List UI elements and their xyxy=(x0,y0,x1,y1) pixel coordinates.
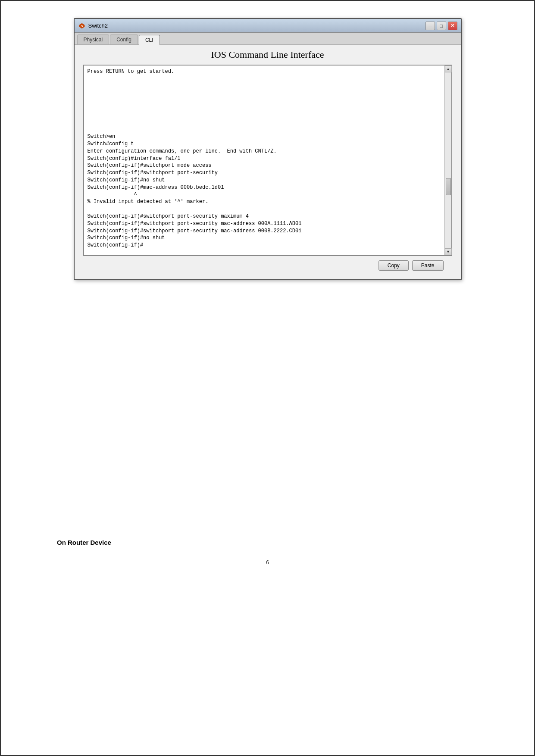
terminal-wrapper: Press RETURN to get started. Switch>en S… xyxy=(83,65,452,256)
button-area: Copy Paste xyxy=(83,256,452,271)
terminal-output[interactable]: Press RETURN to get started. Switch>en S… xyxy=(84,66,451,255)
page: S Switch2 ─ □ ✕ Physical Config CLI xyxy=(0,0,535,756)
scrollbar-down-arrow[interactable]: ▼ xyxy=(445,248,452,255)
close-button[interactable]: ✕ xyxy=(448,22,457,30)
tab-config[interactable]: Config xyxy=(110,34,138,44)
title-bar: S Switch2 ─ □ ✕ xyxy=(75,19,461,33)
footer-label: On Router Device xyxy=(57,539,478,546)
tab-bar: Physical Config CLI xyxy=(75,33,461,45)
maximize-button[interactable]: □ xyxy=(437,22,446,30)
switch-icon: S xyxy=(78,22,86,30)
window-body: IOS Command Line Interface Press RETURN … xyxy=(75,45,461,279)
title-bar-left: S Switch2 xyxy=(78,22,108,30)
ios-title: IOS Command Line Interface xyxy=(83,49,452,60)
scrollbar-thumb[interactable] xyxy=(446,178,451,195)
footer-section: On Router Device xyxy=(22,539,513,546)
tab-cli[interactable]: CLI xyxy=(139,35,160,45)
tab-physical[interactable]: Physical xyxy=(77,34,110,44)
scrollbar-up-arrow[interactable]: ▲ xyxy=(445,66,452,72)
svg-text:S: S xyxy=(81,24,83,28)
window-title: Switch2 xyxy=(88,22,108,29)
paste-button[interactable]: Paste xyxy=(412,260,444,271)
minimize-button[interactable]: ─ xyxy=(425,22,435,30)
page-number: 6 xyxy=(22,559,513,565)
scrollbar-track[interactable] xyxy=(445,72,451,248)
simulator-window: S Switch2 ─ □ ✕ Physical Config CLI xyxy=(74,18,462,280)
title-bar-controls: ─ □ ✕ xyxy=(425,22,457,30)
scrollbar[interactable]: ▲ ▼ xyxy=(444,66,451,255)
copy-button[interactable]: Copy xyxy=(379,260,409,271)
